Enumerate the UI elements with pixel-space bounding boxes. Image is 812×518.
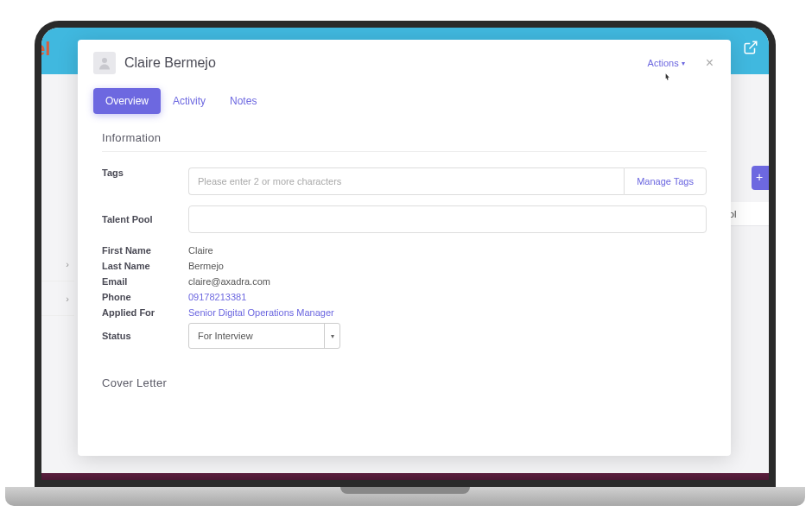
tabs: Overview Activity Notes [78, 83, 731, 121]
talent-pool-label: Talent Pool [102, 214, 188, 224]
tags-input-group: Manage Tags [188, 167, 707, 195]
email-row: Email claire@axadra.com [102, 276, 707, 287]
select-arrow-icon: ▾ [324, 324, 339, 348]
app-logo-fragment: el [41, 38, 50, 60]
tab-activity[interactable]: Activity [161, 88, 218, 114]
chevron-down-icon: ▾ [682, 60, 685, 67]
taskbar [41, 473, 769, 480]
svg-line-1 [750, 41, 757, 48]
applied-for-label: Applied For [102, 307, 188, 318]
phone-label: Phone [102, 292, 188, 302]
modal-header: Claire Bermejo Actions ▾ × [78, 40, 731, 83]
info-list: First Name Claire Last Name Bermejo Emai… [102, 245, 707, 349]
screen: el + Talent Pool › › [41, 28, 769, 480]
sidebar-chevron[interactable]: › [41, 247, 74, 281]
cover-letter-section-title: Cover Letter [102, 376, 707, 396]
tags-row: Tags Manage Tags [102, 167, 707, 195]
status-row: Status For Interview ▾ [102, 323, 707, 349]
laptop-base [5, 487, 805, 506]
sidebar-fragment: › › [41, 247, 74, 420]
bg-add-button[interactable]: + [752, 166, 769, 190]
actions-dropdown[interactable]: Actions ▾ [648, 58, 685, 68]
tags-label: Tags [102, 167, 188, 178]
modal-header-right: Actions ▾ × [648, 56, 714, 70]
talent-pool-row: Talent Pool [102, 205, 707, 233]
tab-overview[interactable]: Overview [93, 88, 161, 114]
modal-title-group: Claire Bermejo [93, 52, 216, 74]
status-value: For Interview [198, 331, 253, 341]
last-name-value: Bermejo [188, 261, 224, 271]
talent-pool-input[interactable] [188, 205, 707, 233]
information-section-title: Information [102, 131, 707, 152]
first-name-value: Claire [188, 245, 213, 256]
svg-point-2 [102, 58, 107, 63]
last-name-row: Last Name Bermejo [102, 261, 707, 271]
close-icon: × [706, 55, 714, 70]
applicant-name: Claire Bermejo [124, 55, 216, 71]
email-label: Email [102, 276, 188, 287]
external-link-icon[interactable] [743, 40, 758, 55]
phone-row: Phone 09178213381 [102, 292, 707, 302]
close-button[interactable]: × [706, 56, 714, 70]
first-name-row: First Name Claire [102, 245, 707, 256]
sidebar-chevron[interactable]: › [41, 281, 74, 316]
applicant-detail-modal: Claire Bermejo Actions ▾ × Overview Ac [78, 40, 731, 456]
tab-notes[interactable]: Notes [218, 88, 269, 114]
email-value: claire@axadra.com [188, 276, 270, 287]
applied-for-row: Applied For Senior Digital Operations Ma… [102, 307, 707, 318]
plus-icon: + [756, 170, 763, 184]
phone-value[interactable]: 09178213381 [188, 292, 246, 302]
tags-input[interactable] [188, 167, 624, 195]
last-name-label: Last Name [102, 261, 188, 271]
actions-label: Actions [648, 58, 679, 68]
laptop-frame: el + Talent Pool › › [35, 21, 776, 487]
status-select[interactable]: For Interview ▾ [188, 323, 340, 349]
status-label: Status [102, 331, 188, 341]
cursor-pointer-icon [662, 73, 674, 86]
first-name-label: First Name [102, 245, 188, 256]
modal-body: Information Tags Manage Tags Talent Pool… [78, 121, 731, 396]
applied-for-value[interactable]: Senior Digital Operations Manager [188, 307, 334, 318]
manage-tags-button[interactable]: Manage Tags [624, 167, 707, 195]
avatar [93, 52, 116, 74]
